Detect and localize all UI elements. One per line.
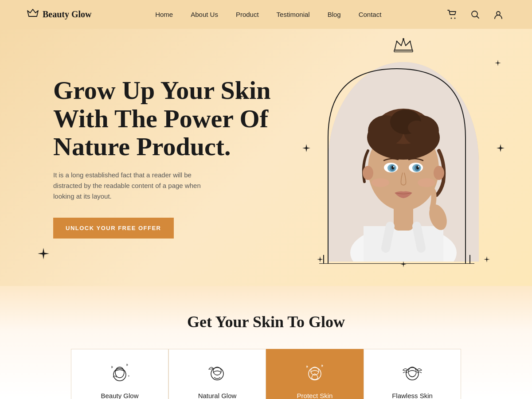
nav-links: Home About Us Product Testimonial Blog C… xyxy=(155,11,381,19)
skin-card-protect[interactable]: Protect Skin xyxy=(266,349,364,399)
svg-rect-4 xyxy=(394,50,413,52)
svg-point-24 xyxy=(363,166,373,180)
protect-skin-label: Protect Skin xyxy=(297,392,333,399)
svg-point-36 xyxy=(372,178,389,187)
svg-point-45 xyxy=(406,368,419,380)
svg-point-34 xyxy=(393,166,395,168)
hero-section: Grow Up Your Skin With The Power Of Natu… xyxy=(0,29,532,286)
skin-card-flawless[interactable]: Flawless Skin xyxy=(364,349,461,399)
nav-contact[interactable]: Contact xyxy=(359,11,382,18)
skin-card-natural[interactable]: Natural Glow xyxy=(168,349,266,399)
nav-about[interactable]: About Us xyxy=(191,11,218,18)
arch-sparkle-bottom-left xyxy=(317,255,323,265)
skin-cards-row: Beauty Glow Natural Glow xyxy=(0,349,532,399)
svg-point-35 xyxy=(418,166,419,168)
account-button[interactable] xyxy=(491,8,505,22)
nav-home[interactable]: Home xyxy=(155,11,173,18)
navbar: Beauty Glow Home About Us Product Testim… xyxy=(0,0,532,29)
section-title: Get Your Skin To Glow xyxy=(187,313,345,331)
svg-point-41 xyxy=(211,368,223,380)
svg-point-23 xyxy=(408,121,426,135)
hero-portrait xyxy=(328,62,479,262)
cart-button[interactable] xyxy=(445,8,459,22)
nav-blog[interactable]: Blog xyxy=(328,11,341,18)
account-icon xyxy=(493,10,503,20)
svg-point-25 xyxy=(434,166,444,180)
sparkle-decoration-2 xyxy=(38,248,49,262)
nav-actions xyxy=(445,8,505,22)
svg-point-46 xyxy=(408,367,416,377)
search-button[interactable] xyxy=(468,8,482,22)
cta-button[interactable]: UNLOCK YOUR FREE OFFER xyxy=(53,218,174,239)
svg-point-7 xyxy=(410,41,411,42)
flawless-skin-label: Flawless Skin xyxy=(392,392,433,399)
nav-testimonial[interactable]: Testimonial xyxy=(277,11,310,18)
svg-point-1 xyxy=(454,17,456,19)
svg-point-3 xyxy=(497,12,500,15)
flawless-skin-icon xyxy=(399,360,426,387)
crown-decoration xyxy=(392,37,415,57)
natural-glow-icon xyxy=(204,360,231,387)
arch-sparkle-left xyxy=(302,144,310,154)
svg-rect-15 xyxy=(364,226,443,262)
hero-content: Grow Up Your Skin With The Power Of Natu… xyxy=(53,76,284,239)
svg-point-0 xyxy=(451,17,452,19)
logo-icon xyxy=(27,8,39,21)
svg-point-6 xyxy=(396,41,398,42)
svg-point-37 xyxy=(418,178,435,187)
natural-glow-label: Natural Glow xyxy=(198,392,237,399)
portrait-svg xyxy=(328,62,479,262)
search-icon xyxy=(471,10,480,19)
hero-image-area xyxy=(310,42,497,273)
hero-subtitle: It is a long established fact that a rea… xyxy=(53,170,222,202)
protect-skin-icon xyxy=(301,360,328,387)
brand-name: Beauty Glow xyxy=(43,9,92,20)
logo[interactable]: Beauty Glow xyxy=(27,8,92,21)
arch-sparkle-top-right xyxy=(495,60,501,68)
beauty-glow-icon xyxy=(106,360,133,387)
arch-sparkle-right xyxy=(497,144,505,154)
arch-sparkle-bottom-right xyxy=(484,255,490,265)
beauty-glow-label: Beauty Glow xyxy=(101,392,138,399)
cart-icon xyxy=(447,10,457,20)
skin-glow-section: Get Your Skin To Glow Beauty Glow xyxy=(0,286,532,399)
nav-product[interactable]: Product xyxy=(236,11,259,18)
arch-sparkle-bottom-center xyxy=(400,261,407,269)
skin-card-beauty[interactable]: Beauty Glow xyxy=(71,349,168,399)
hero-title: Grow Up Your Skin With The Power Of Natu… xyxy=(53,76,284,161)
svg-point-5 xyxy=(403,38,404,40)
